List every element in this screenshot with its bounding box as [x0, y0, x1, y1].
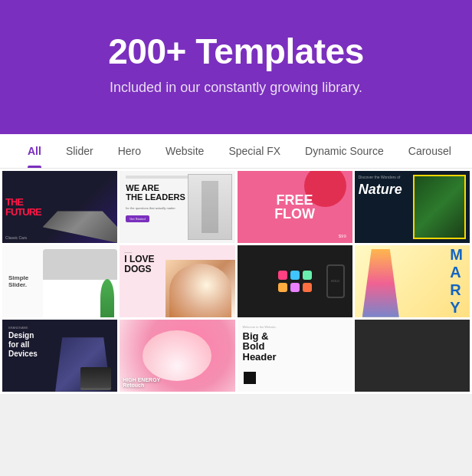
tab-special-fx[interactable]: Special FX: [216, 134, 293, 168]
leaders-cta: Get Started: [126, 215, 149, 222]
template-free-flow[interactable]: FREEFLOW $99: [238, 171, 352, 243]
template-mary[interactable]: MARY: [355, 245, 470, 317]
tab-carousel[interactable]: Carousel: [396, 134, 464, 168]
template-the-future[interactable]: THEFUTURE Classic Cars: [2, 171, 117, 243]
template-nature[interactable]: Discover the Wonders of Nature: [355, 171, 470, 243]
template-i-love-dogs[interactable]: —— I LOVEDOGS: [120, 245, 234, 317]
template-bold-apps[interactable]: BOLD: [238, 245, 352, 317]
template-high-energy-retouch[interactable]: HIGH ENERGYRetouch: [120, 320, 234, 392]
template-brand-text: BRANDNAME: [8, 326, 28, 330]
tab-dynamic-source[interactable]: Dynamic Source: [293, 134, 396, 168]
template-design-for-devices[interactable]: BRANDNAME Designfor allDevices: [2, 320, 117, 392]
tab-website[interactable]: Website: [153, 134, 216, 168]
template-label: Classic Cars: [5, 235, 27, 240]
tab-slider[interactable]: Slider: [54, 134, 106, 168]
hero-title: 200+ Templates: [15, 31, 457, 72]
hero-subtitle: Included in our constantly growing libra…: [15, 80, 457, 96]
template-big-bold-header[interactable]: Welcome to the Website. Big &BoldHeader: [238, 320, 352, 392]
hero-section: 200+ Templates Included in our constantl…: [0, 0, 472, 134]
template-the-leaders[interactable]: WE ARETHE LEADERS for the questions that…: [120, 171, 234, 243]
template-simple[interactable]: SimpleSlider.: [2, 245, 117, 317]
tab-all[interactable]: All: [15, 134, 54, 168]
tabs-list: All Slider Hero Website Special FX Dynam…: [15, 134, 457, 168]
tab-hero[interactable]: Hero: [106, 134, 153, 168]
templates-grid: THEFUTURE Classic Cars WE ARETHE LEADERS…: [0, 169, 472, 394]
welcome-text: Welcome to the Website.: [243, 325, 277, 329]
template-12[interactable]: [355, 320, 470, 392]
tabs-container: All Slider Hero Website Special FX Dynam…: [0, 134, 472, 169]
